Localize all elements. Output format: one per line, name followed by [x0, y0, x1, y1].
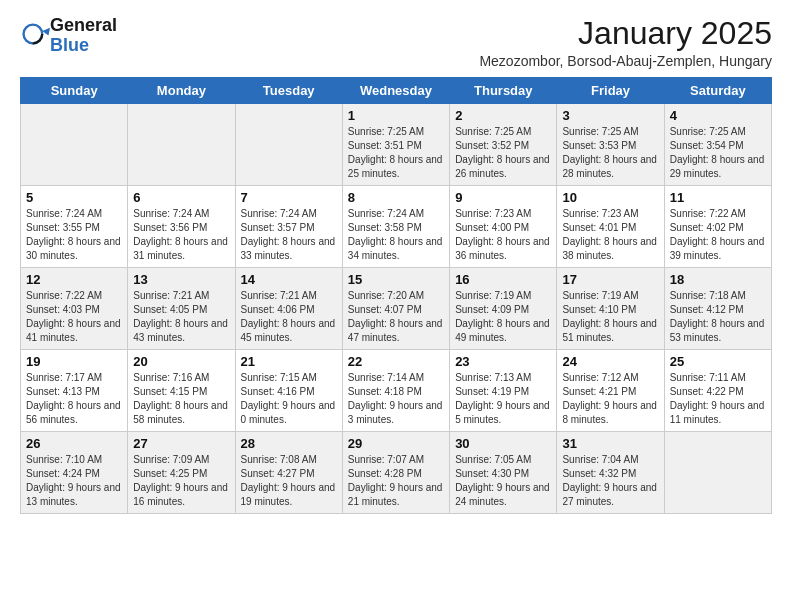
cell-week1-day6: 4Sunrise: 7:25 AM Sunset: 3:54 PM Daylig…	[664, 104, 771, 186]
day-number: 8	[348, 190, 444, 205]
logo: General Blue	[20, 16, 117, 56]
day-number: 1	[348, 108, 444, 123]
logo-blue-text: Blue	[50, 35, 89, 55]
day-number: 29	[348, 436, 444, 451]
day-number: 3	[562, 108, 658, 123]
day-info: Sunrise: 7:12 AM Sunset: 4:21 PM Dayligh…	[562, 371, 658, 427]
day-info: Sunrise: 7:22 AM Sunset: 4:03 PM Dayligh…	[26, 289, 122, 345]
cell-week2-day1: 6Sunrise: 7:24 AM Sunset: 3:56 PM Daylig…	[128, 186, 235, 268]
cell-week4-day6: 25Sunrise: 7:11 AM Sunset: 4:22 PM Dayli…	[664, 350, 771, 432]
day-number: 18	[670, 272, 766, 287]
day-number: 25	[670, 354, 766, 369]
day-number: 2	[455, 108, 551, 123]
svg-marker-2	[42, 28, 50, 36]
day-info: Sunrise: 7:14 AM Sunset: 4:18 PM Dayligh…	[348, 371, 444, 427]
cell-week4-day5: 24Sunrise: 7:12 AM Sunset: 4:21 PM Dayli…	[557, 350, 664, 432]
day-info: Sunrise: 7:13 AM Sunset: 4:19 PM Dayligh…	[455, 371, 551, 427]
cell-week2-day3: 8Sunrise: 7:24 AM Sunset: 3:58 PM Daylig…	[342, 186, 449, 268]
cell-week4-day4: 23Sunrise: 7:13 AM Sunset: 4:19 PM Dayli…	[450, 350, 557, 432]
day-info: Sunrise: 7:16 AM Sunset: 4:15 PM Dayligh…	[133, 371, 229, 427]
cell-week2-day2: 7Sunrise: 7:24 AM Sunset: 3:57 PM Daylig…	[235, 186, 342, 268]
day-info: Sunrise: 7:25 AM Sunset: 3:51 PM Dayligh…	[348, 125, 444, 181]
day-number: 13	[133, 272, 229, 287]
day-number: 26	[26, 436, 122, 451]
day-info: Sunrise: 7:10 AM Sunset: 4:24 PM Dayligh…	[26, 453, 122, 509]
cell-week3-day5: 17Sunrise: 7:19 AM Sunset: 4:10 PM Dayli…	[557, 268, 664, 350]
day-info: Sunrise: 7:19 AM Sunset: 4:09 PM Dayligh…	[455, 289, 551, 345]
cell-week4-day2: 21Sunrise: 7:15 AM Sunset: 4:16 PM Dayli…	[235, 350, 342, 432]
day-info: Sunrise: 7:18 AM Sunset: 4:12 PM Dayligh…	[670, 289, 766, 345]
cell-week5-day3: 29Sunrise: 7:07 AM Sunset: 4:28 PM Dayli…	[342, 432, 449, 514]
header-thursday: Thursday	[450, 78, 557, 104]
day-number: 7	[241, 190, 337, 205]
weekday-header-row: Sunday Monday Tuesday Wednesday Thursday…	[21, 78, 772, 104]
cell-week3-day1: 13Sunrise: 7:21 AM Sunset: 4:05 PM Dayli…	[128, 268, 235, 350]
day-number: 30	[455, 436, 551, 451]
cell-week2-day0: 5Sunrise: 7:24 AM Sunset: 3:55 PM Daylig…	[21, 186, 128, 268]
day-info: Sunrise: 7:24 AM Sunset: 3:56 PM Dayligh…	[133, 207, 229, 263]
day-number: 28	[241, 436, 337, 451]
cell-week4-day3: 22Sunrise: 7:14 AM Sunset: 4:18 PM Dayli…	[342, 350, 449, 432]
header-tuesday: Tuesday	[235, 78, 342, 104]
week-row-2: 5Sunrise: 7:24 AM Sunset: 3:55 PM Daylig…	[21, 186, 772, 268]
day-number: 16	[455, 272, 551, 287]
day-number: 9	[455, 190, 551, 205]
cell-week1-day0	[21, 104, 128, 186]
logo-general-text: General	[50, 15, 117, 35]
calendar-title: January 2025	[479, 16, 772, 51]
day-info: Sunrise: 7:05 AM Sunset: 4:30 PM Dayligh…	[455, 453, 551, 509]
day-info: Sunrise: 7:25 AM Sunset: 3:53 PM Dayligh…	[562, 125, 658, 181]
week-row-5: 26Sunrise: 7:10 AM Sunset: 4:24 PM Dayli…	[21, 432, 772, 514]
day-number: 24	[562, 354, 658, 369]
day-info: Sunrise: 7:09 AM Sunset: 4:25 PM Dayligh…	[133, 453, 229, 509]
day-number: 5	[26, 190, 122, 205]
day-number: 10	[562, 190, 658, 205]
cell-week5-day1: 27Sunrise: 7:09 AM Sunset: 4:25 PM Dayli…	[128, 432, 235, 514]
cell-week3-day0: 12Sunrise: 7:22 AM Sunset: 4:03 PM Dayli…	[21, 268, 128, 350]
header-saturday: Saturday	[664, 78, 771, 104]
cell-week1-day2	[235, 104, 342, 186]
header-sunday: Sunday	[21, 78, 128, 104]
day-number: 12	[26, 272, 122, 287]
day-number: 4	[670, 108, 766, 123]
day-info: Sunrise: 7:17 AM Sunset: 4:13 PM Dayligh…	[26, 371, 122, 427]
cell-week5-day2: 28Sunrise: 7:08 AM Sunset: 4:27 PM Dayli…	[235, 432, 342, 514]
day-info: Sunrise: 7:19 AM Sunset: 4:10 PM Dayligh…	[562, 289, 658, 345]
cell-week5-day4: 30Sunrise: 7:05 AM Sunset: 4:30 PM Dayli…	[450, 432, 557, 514]
day-info: Sunrise: 7:23 AM Sunset: 4:01 PM Dayligh…	[562, 207, 658, 263]
day-info: Sunrise: 7:22 AM Sunset: 4:02 PM Dayligh…	[670, 207, 766, 263]
day-number: 31	[562, 436, 658, 451]
cell-week3-day2: 14Sunrise: 7:21 AM Sunset: 4:06 PM Dayli…	[235, 268, 342, 350]
cell-week2-day6: 11Sunrise: 7:22 AM Sunset: 4:02 PM Dayli…	[664, 186, 771, 268]
logo-icon	[22, 20, 50, 48]
day-info: Sunrise: 7:25 AM Sunset: 3:54 PM Dayligh…	[670, 125, 766, 181]
header-friday: Friday	[557, 78, 664, 104]
day-number: 14	[241, 272, 337, 287]
day-info: Sunrise: 7:20 AM Sunset: 4:07 PM Dayligh…	[348, 289, 444, 345]
cell-week5-day5: 31Sunrise: 7:04 AM Sunset: 4:32 PM Dayli…	[557, 432, 664, 514]
cell-week1-day3: 1Sunrise: 7:25 AM Sunset: 3:51 PM Daylig…	[342, 104, 449, 186]
day-info: Sunrise: 7:08 AM Sunset: 4:27 PM Dayligh…	[241, 453, 337, 509]
cell-week3-day6: 18Sunrise: 7:18 AM Sunset: 4:12 PM Dayli…	[664, 268, 771, 350]
header-monday: Monday	[128, 78, 235, 104]
day-info: Sunrise: 7:04 AM Sunset: 4:32 PM Dayligh…	[562, 453, 658, 509]
day-number: 27	[133, 436, 229, 451]
cell-week5-day6	[664, 432, 771, 514]
title-block: January 2025 Mezozombor, Borsod-Abauj-Ze…	[479, 16, 772, 69]
week-row-4: 19Sunrise: 7:17 AM Sunset: 4:13 PM Dayli…	[21, 350, 772, 432]
header: General Blue January 2025 Mezozombor, Bo…	[20, 16, 772, 69]
day-number: 20	[133, 354, 229, 369]
cell-week4-day0: 19Sunrise: 7:17 AM Sunset: 4:13 PM Dayli…	[21, 350, 128, 432]
day-info: Sunrise: 7:24 AM Sunset: 3:58 PM Dayligh…	[348, 207, 444, 263]
day-info: Sunrise: 7:21 AM Sunset: 4:06 PM Dayligh…	[241, 289, 337, 345]
day-number: 23	[455, 354, 551, 369]
calendar-subtitle: Mezozombor, Borsod-Abauj-Zemplen, Hungar…	[479, 53, 772, 69]
cell-week3-day3: 15Sunrise: 7:20 AM Sunset: 4:07 PM Dayli…	[342, 268, 449, 350]
day-info: Sunrise: 7:24 AM Sunset: 3:57 PM Dayligh…	[241, 207, 337, 263]
calendar-table: Sunday Monday Tuesday Wednesday Thursday…	[20, 77, 772, 514]
cell-week2-day5: 10Sunrise: 7:23 AM Sunset: 4:01 PM Dayli…	[557, 186, 664, 268]
cell-week3-day4: 16Sunrise: 7:19 AM Sunset: 4:09 PM Dayli…	[450, 268, 557, 350]
day-info: Sunrise: 7:23 AM Sunset: 4:00 PM Dayligh…	[455, 207, 551, 263]
page: General Blue January 2025 Mezozombor, Bo…	[0, 0, 792, 534]
day-number: 19	[26, 354, 122, 369]
